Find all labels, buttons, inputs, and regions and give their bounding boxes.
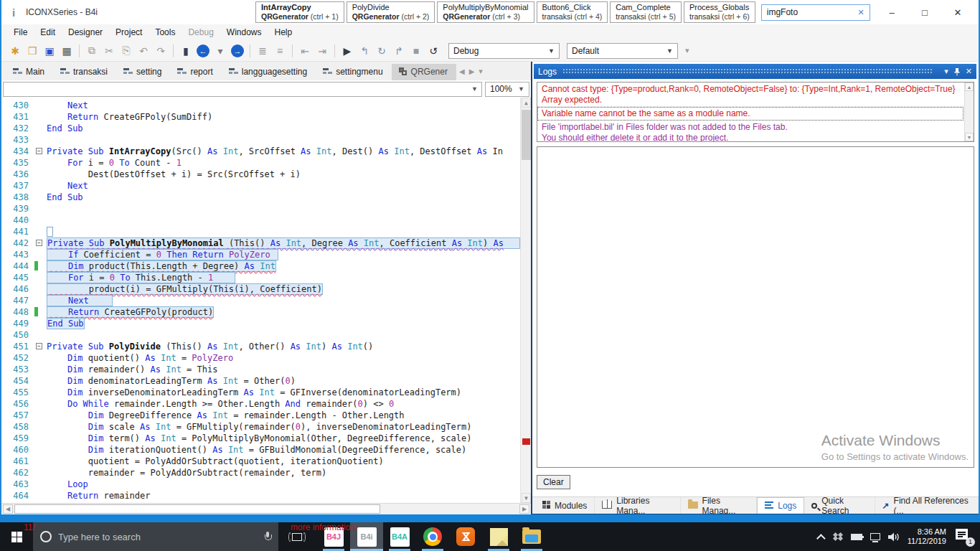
bookmark-icon[interactable]: ▮ xyxy=(178,45,194,57)
taskbar-app-chrome[interactable] xyxy=(416,522,449,551)
redo-icon[interactable]: ↷ xyxy=(153,45,169,57)
member-selector[interactable]: ▼ xyxy=(3,82,482,97)
panel-tab-libraries-mana-[interactable]: Libraries Mana... xyxy=(595,497,680,514)
logs-panel-header[interactable]: Logs ▾ ✕ xyxy=(534,64,976,79)
menu-edit[interactable]: Edit xyxy=(34,26,62,39)
taskbar-app-sticky-notes[interactable] xyxy=(482,522,515,551)
scroll-up-icon[interactable]: ▲ xyxy=(522,98,531,108)
rebuild-icon[interactable]: ↺ xyxy=(425,45,441,57)
code-line[interactable]: 449End Sub xyxy=(1,318,520,329)
cut-icon[interactable]: ✂ xyxy=(101,45,117,57)
paste-icon[interactable]: ⎘ xyxy=(118,44,134,57)
code-line[interactable]: 433 xyxy=(1,134,520,146)
tabs-overflow-icon[interactable]: ▾ xyxy=(479,67,483,76)
code-editor[interactable]: 430 Next431 Return CreateGFPoly(SumDiff)… xyxy=(1,98,531,503)
menu-designer[interactable]: Designer xyxy=(62,26,109,39)
build-target-dropdown[interactable]: Default▼ xyxy=(567,43,678,59)
back-dropdown-icon[interactable]: ▾ xyxy=(212,45,228,57)
code-line[interactable]: 438End Sub xyxy=(1,192,520,203)
module-tab-transaksi[interactable]: transaksi xyxy=(53,64,116,80)
code-line[interactable]: 454 Dim denominatorLeadingTerm As Int = … xyxy=(1,375,520,387)
code-line[interactable]: 452 Dim quotient() As Int = PolyZero xyxy=(1,352,520,364)
volume-icon[interactable] xyxy=(888,532,900,542)
code-line[interactable]: 435 For i = 0 To Count - 1 xyxy=(1,157,520,169)
bookmark-tab-Cam_Complete[interactable]: Cam_Complete transaksi (ctrl + 5) xyxy=(610,1,682,23)
action-center-button[interactable]: 1 xyxy=(956,529,973,545)
run-icon[interactable]: ▶ xyxy=(339,45,355,57)
code-line[interactable]: 434−Private Sub IntArrayCopy(Src() As In… xyxy=(1,146,520,157)
menu-file[interactable]: File xyxy=(7,26,34,39)
uncomment-icon[interactable]: ≡ xyxy=(272,45,288,57)
menu-project[interactable]: Project xyxy=(109,26,149,39)
microphone-icon[interactable] xyxy=(264,532,271,542)
zoom-selector[interactable]: 100% ▼ xyxy=(485,82,529,97)
step-out-icon[interactable]: ↱ xyxy=(391,45,407,57)
panel-tab-files-manag-[interactable]: Files Manag... xyxy=(681,497,758,514)
taskbar-app-xampp[interactable]: ⋈ xyxy=(449,522,482,551)
build-configuration-dropdown[interactable]: Debug▼ xyxy=(448,43,560,59)
code-lines[interactable]: 430 Next431 Return CreateGFPoly(SumDiff)… xyxy=(1,100,520,503)
bookmark-tab-Process_Globals[interactable]: Process_Globals transaksi (ctrl + 6) xyxy=(684,1,755,23)
scrollbar-thumb[interactable] xyxy=(14,504,380,514)
fold-collapse-icon[interactable]: − xyxy=(36,148,42,154)
clear-logs-button[interactable]: Clear xyxy=(537,475,570,489)
editor-vertical-scrollbar[interactable]: ▲ ▼ xyxy=(520,98,531,503)
navigate-forward-icon[interactable]: → xyxy=(231,44,244,57)
code-line[interactable]: 430 Next xyxy=(1,100,520,111)
pin-icon[interactable] xyxy=(953,67,961,76)
code-line[interactable]: 461 quotient = PolyAddOrSubtract(quotien… xyxy=(1,456,520,467)
code-line[interactable]: 436 Dest(DestOffset + i) = Src(SrcOffset… xyxy=(1,169,520,180)
scroll-right-icon[interactable]: ▶ xyxy=(519,504,529,514)
navigate-back-icon[interactable]: ← xyxy=(197,44,209,57)
log-list-scrollbar[interactable]: ▲▼ xyxy=(964,83,974,141)
quick-search-box[interactable]: imgFoto ✕ xyxy=(761,4,870,21)
bookmark-tab-Button6_Click[interactable]: Button6_Click transaksi (ctrl + 4) xyxy=(537,1,608,23)
panel-menu-icon[interactable]: ▾ xyxy=(944,67,948,76)
save-icon[interactable]: ▣ xyxy=(42,45,57,57)
undo-icon[interactable]: ↶ xyxy=(136,45,151,57)
show-hidden-icons-chevron[interactable] xyxy=(816,534,826,543)
stop-icon[interactable]: ■ xyxy=(408,45,424,57)
code-line[interactable]: 431 Return CreateGFPoly(SumDiff) xyxy=(1,111,520,123)
fold-collapse-icon[interactable]: − xyxy=(36,343,42,349)
code-line[interactable]: 442−Private Sub PolyMultiplyByMonomial (… xyxy=(1,237,520,249)
taskbar-app-file-explorer[interactable] xyxy=(515,522,548,551)
bookmark-tab-PolyDivide[interactable]: PolyDivide QRGenerator (ctrl + 2) xyxy=(347,1,435,23)
clock[interactable]: 8:36 AM 11/12/2019 xyxy=(908,527,946,546)
code-line[interactable]: 453 Dim remainder() As Int = This xyxy=(1,364,520,375)
menu-windows[interactable]: Windows xyxy=(220,26,268,39)
code-line[interactable]: 440 xyxy=(1,215,520,226)
network-icon[interactable] xyxy=(870,533,880,540)
code-line[interactable]: 456 Do While remainder.Length >= Other.L… xyxy=(1,398,520,410)
menu-tools[interactable]: Tools xyxy=(149,26,182,39)
bookmark-tab-PolyMultiplyByMonomial[interactable]: PolyMultiplyByMonomial QRGenerator (ctrl… xyxy=(437,1,534,23)
code-line[interactable]: 441 xyxy=(1,226,520,237)
code-line[interactable]: 457 Dim DegreeDifference As Int = remain… xyxy=(1,410,520,421)
code-line[interactable]: 459 Dim term() As Int = PolyMultiplyByMo… xyxy=(1,433,520,444)
panel-tab-logs[interactable]: Logs xyxy=(757,497,804,514)
copy-icon[interactable]: ⧉ xyxy=(84,44,100,57)
module-tab-settingmenu[interactable]: settingmenu xyxy=(316,64,391,80)
bookmark-tab-IntArrayCopy[interactable]: IntArrayCopy QRGenerator (ctrl + 1) xyxy=(255,1,344,23)
code-line[interactable]: 462 remainder = PolyAddOrSubtract(remain… xyxy=(1,467,520,479)
code-line[interactable]: 460 Dim iterationQuotient() As Int = GFB… xyxy=(1,444,520,456)
editor-horizontal-scrollbar[interactable]: ◀ ▶ xyxy=(1,503,531,514)
dropbox-icon[interactable] xyxy=(834,533,843,541)
scroll-up-icon[interactable]: ▲ xyxy=(965,83,974,91)
clear-search-icon[interactable]: ✕ xyxy=(858,8,864,17)
code-line[interactable]: 458 Dim scale As Int = GFMultiply(remain… xyxy=(1,421,520,433)
fold-collapse-icon[interactable]: − xyxy=(36,240,42,246)
code-line[interactable]: 451−Private Sub PolyDivide (This() As In… xyxy=(1,341,520,352)
panel-tab-quick-search[interactable]: Quick Search xyxy=(804,497,875,514)
log-message[interactable]: Variable name cannot be the same as a mo… xyxy=(537,107,963,121)
toolbar-overflow-icon[interactable]: ▾ xyxy=(685,46,689,55)
code-line[interactable]: 448 Return CreateGFPoly(product) xyxy=(1,306,520,318)
minimize-button[interactable]: – xyxy=(875,7,908,18)
code-line[interactable]: 464 Return remainder xyxy=(1,490,520,501)
indent-icon[interactable]: ⇥ xyxy=(314,45,330,57)
log-message[interactable]: Cannot cast type: {Type=product,Rank=0, … xyxy=(537,83,963,107)
battery-icon[interactable] xyxy=(851,534,862,540)
module-tab-main[interactable]: Main xyxy=(6,64,53,80)
comment-icon[interactable]: ≣ xyxy=(255,45,270,57)
code-line[interactable]: 463 Loop xyxy=(1,479,520,490)
